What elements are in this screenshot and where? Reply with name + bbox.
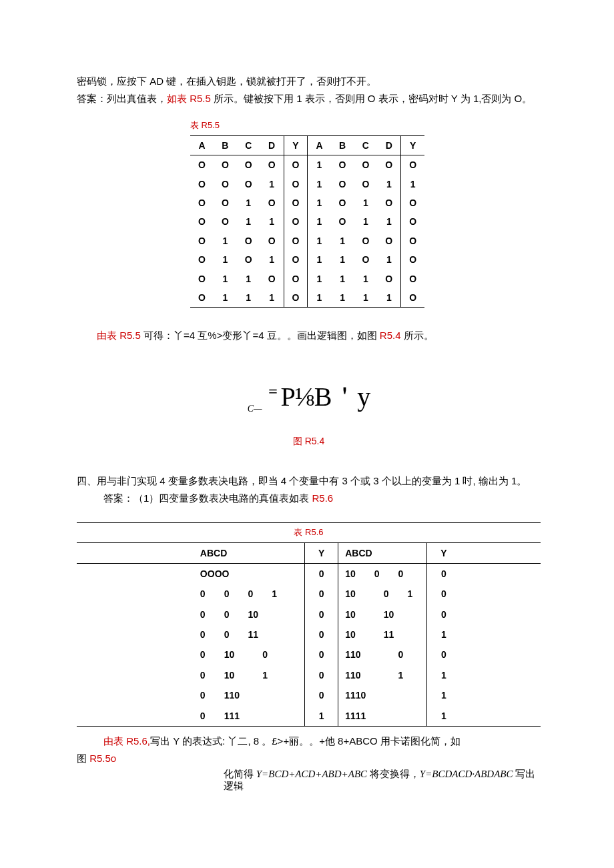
table-cell: O [214,212,237,231]
section-4-answer: 答案：（1）四变量多数表决电路的真值表如表 R5.6 [103,490,541,506]
table-cell: 1111 [338,706,427,727]
post56-line1: 由表 R5.6,写出 Y 的表达式: 丫二, 8 。£>+丽。。+他 8+ABC… [103,733,541,749]
th56-y-r: Y [427,542,460,563]
table-row: 0 0 10010 100 [77,604,541,624]
final-1d: Y=BCDACD·ABDABC [420,769,513,779]
table-cell: O [190,193,214,212]
table-cell: O [401,250,424,269]
th-B2: B [331,135,354,155]
th56-y-l: Y [305,542,338,563]
section-4-answer-prefix: 答案：（1）四变量多数表决电路的真值表如表 [103,492,312,504]
table-cell: O [331,175,354,193]
post56-line2-ref: R5.5o [89,753,116,764]
table-row: OOOO010 0 00 [77,563,541,584]
table-row: O11OO111OO [190,270,424,288]
table-cell [460,706,541,727]
table-row: OO11O1O11O [190,212,424,231]
table-cell: O [331,212,354,231]
document-page: 密码锁，应按下 AD 键，在插入钥匙，锁就被打开了，否则打不开。 答案：列出真值… [0,0,614,868]
section-4: 四、用与非门实现 4 变量多数表决电路，即当 4 个变量中有 3 个或 3 个以… [77,473,541,506]
derive-prefix: 由表 R5.5 [97,330,141,341]
table-cell: 1 [401,175,424,193]
table-cell: 1 [308,155,331,175]
table-cell: 1 [308,175,331,193]
th-A1: A [190,135,214,155]
table-row: OOOOO1OOOO [190,155,424,175]
table-r56-wrap: 表 R5.6 ABCD Y ABCD Y OOOO010 0 000 0 0 1… [77,522,541,727]
table-cell: O [260,193,284,212]
table-cell [460,644,541,665]
table-cell: O [377,232,400,250]
table-cell: 0 [427,563,460,584]
table-cell: 1 [214,232,237,250]
table-row: 0 10 00110 00 [77,644,541,665]
final-1b: Y=BCD+ACD+ABD+ABC [256,769,367,779]
post56-mid: 写出 Y 的表达式: 丫二, 8 。£>+丽。。+他 8+ABCO 用卡诺图化简… [150,735,460,747]
final-1a: 化简得 [224,769,256,779]
table-cell: 1 [331,250,354,269]
table-cell: 1 [354,288,377,308]
intro-line-2a: 答案：列出真值表， [77,93,167,104]
table-cell: 10 0 1 [338,584,427,604]
table-cell: 1 [308,270,331,288]
th-Y1: Y [284,135,308,155]
table-cell: O [401,193,424,212]
table-cell: 0 [427,644,460,665]
table-row: OO1OO1O1OO [190,193,424,212]
table-r55-head: A B C D Y A B C D Y [190,135,424,155]
table-cell [77,563,194,584]
post56-line2-prefix: 图 [77,753,89,764]
table-cell [460,685,541,705]
figure-r54: C—＝P⅛B＇y 图 R5.4 [77,384,541,448]
post56-final: 化简得 Y=BCD+ACD+ABD+ABC 将变换得，Y=BCDACD·ABDA… [224,768,541,792]
section-4-question: 四、用与非门实现 4 变量多数表决电路，即当 4 个变量中有 3 个或 3 个以… [77,473,541,489]
table-cell: O [190,232,214,250]
intro-line-2c: 所示。键被按下用 1 表示，否则用 O 表示，密码对时 Y 为 1,否则为 O。 [211,93,532,104]
th-Y2: Y [401,135,424,155]
table-cell: 1 [214,270,237,288]
table-r56: ABCD Y ABCD Y OOOO010 0 000 0 0 1010 0 1… [77,542,541,727]
table-cell: O [284,232,308,250]
table-cell: 1 [237,193,260,212]
table-cell: O [190,270,214,288]
table-r55-wrap: 表 R5.5 A B C D Y A B C D Y OOOOO1OOOOOOO… [190,119,541,308]
figure-caption: 图 R5.4 [77,434,541,448]
th56-abcd-r: ABCD [338,542,427,563]
table-cell: 0 10 0 [194,644,305,665]
table-cell: O [284,155,308,175]
table-cell: O [284,193,308,212]
table-cell: O [401,232,424,250]
table-cell: 0 110 [194,685,305,705]
table-cell [77,685,194,705]
table-row: O1O1O11O1O [190,250,424,269]
table-cell: O [237,232,260,250]
table-cell: O [284,288,308,308]
table-cell: O [260,270,284,288]
table-cell [77,624,194,644]
table-cell: O [354,155,377,175]
table-cell: 1 [308,212,331,231]
table-cell: O [401,270,424,288]
table-cell: 1 [308,193,331,212]
table-row: 0 110011101 [77,685,541,705]
derive-tail: 所示。 [401,330,434,341]
table-cell: 1 [260,250,284,269]
table-cell: O [260,155,284,175]
table-row: O1OOO11OOO [190,232,424,250]
table-cell: O [190,212,214,231]
th-D1: D [260,135,284,155]
table-row: 0 111111111 [77,706,541,727]
table-row: 0 10 10110 11 [77,665,541,685]
table-cell: 1 [377,212,400,231]
intro-line-2-ref: 如表 R5.5 [167,93,211,104]
final-1c: 将变换得， [367,769,420,779]
th56-abcd-l: ABCD [194,542,305,563]
table-cell: 1 [427,685,460,705]
table-r55-title: 表 R5.5 [190,119,541,133]
table-cell: 1 [354,212,377,231]
table-cell: O [190,175,214,193]
table-cell: 1 [305,706,338,727]
table-cell: O [237,155,260,175]
table-r56-head: ABCD Y ABCD Y [77,542,541,563]
table-cell: 1 [427,624,460,644]
